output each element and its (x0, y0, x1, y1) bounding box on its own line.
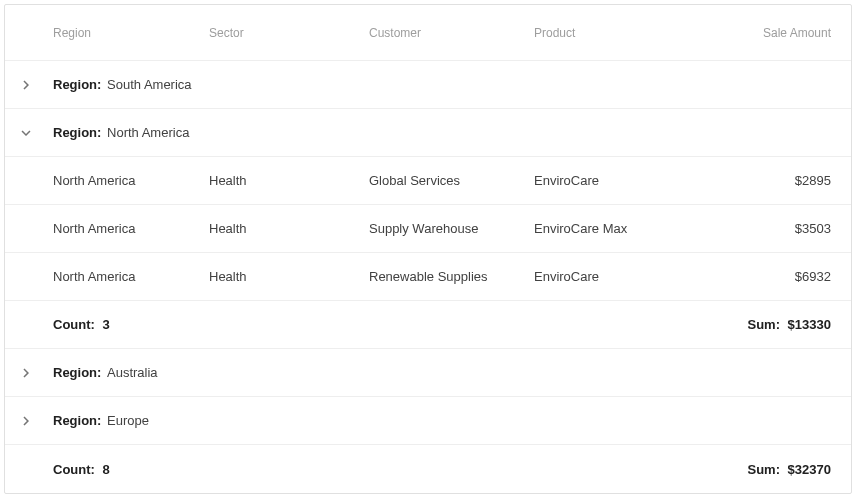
sum-label: Sum: (747, 317, 780, 332)
group-row-australia[interactable]: Region: Australia (5, 349, 851, 397)
group-value: South America (107, 77, 192, 92)
chevron-right-icon[interactable] (17, 364, 53, 382)
cell-product: EnviroCare Max (534, 221, 694, 236)
cell-region: North America (53, 269, 209, 284)
cell-sector: Health (209, 173, 369, 188)
column-header-product[interactable]: Product (534, 26, 694, 40)
cell-product: EnviroCare (534, 173, 694, 188)
group-value: Europe (107, 413, 149, 428)
column-header-customer[interactable]: Customer (369, 26, 534, 40)
sum-value: $13330 (788, 317, 831, 332)
count-value: 8 (103, 462, 110, 477)
group-row-south-america[interactable]: Region: South America (5, 61, 851, 109)
group-row-europe[interactable]: Region: Europe (5, 397, 851, 445)
table-row[interactable]: North America Health Supply Warehouse En… (5, 205, 851, 253)
group-label: Region: (53, 125, 101, 140)
count-label: Count: (53, 462, 95, 477)
cell-customer: Global Services (369, 173, 534, 188)
table-row[interactable]: North America Health Renewable Supplies … (5, 253, 851, 301)
cell-amount: $6932 (694, 269, 839, 284)
group-value: North America (107, 125, 189, 140)
group-value: Australia (107, 365, 158, 380)
group-label: Region: (53, 413, 101, 428)
sum-label: Sum: (747, 462, 780, 477)
column-header-row: Region Sector Customer Product Sale Amou… (5, 5, 851, 61)
cell-sector: Health (209, 221, 369, 236)
group-label: Region: (53, 77, 101, 92)
cell-product: EnviroCare (534, 269, 694, 284)
group-label: Region: (53, 365, 101, 380)
chevron-right-icon[interactable] (17, 76, 53, 94)
cell-customer: Renewable Supplies (369, 269, 534, 284)
cell-customer: Supply Warehouse (369, 221, 534, 236)
column-header-amount[interactable]: Sale Amount (694, 26, 839, 40)
chevron-right-icon[interactable] (17, 412, 53, 430)
cell-region: North America (53, 173, 209, 188)
count-value: 3 (103, 317, 110, 332)
column-header-sector[interactable]: Sector (209, 26, 369, 40)
data-grid: Region Sector Customer Product Sale Amou… (4, 4, 852, 494)
grand-summary-row: Count: 8 Sum: $32370 (5, 445, 851, 493)
chevron-down-icon[interactable] (17, 124, 53, 142)
cell-sector: Health (209, 269, 369, 284)
table-row[interactable]: North America Health Global Services Env… (5, 157, 851, 205)
group-row-north-america[interactable]: Region: North America (5, 109, 851, 157)
sum-value: $32370 (788, 462, 831, 477)
group-summary-row: Count: 3 Sum: $13330 (5, 301, 851, 349)
cell-amount: $2895 (694, 173, 839, 188)
cell-amount: $3503 (694, 221, 839, 236)
cell-region: North America (53, 221, 209, 236)
count-label: Count: (53, 317, 95, 332)
column-header-region[interactable]: Region (53, 26, 209, 40)
